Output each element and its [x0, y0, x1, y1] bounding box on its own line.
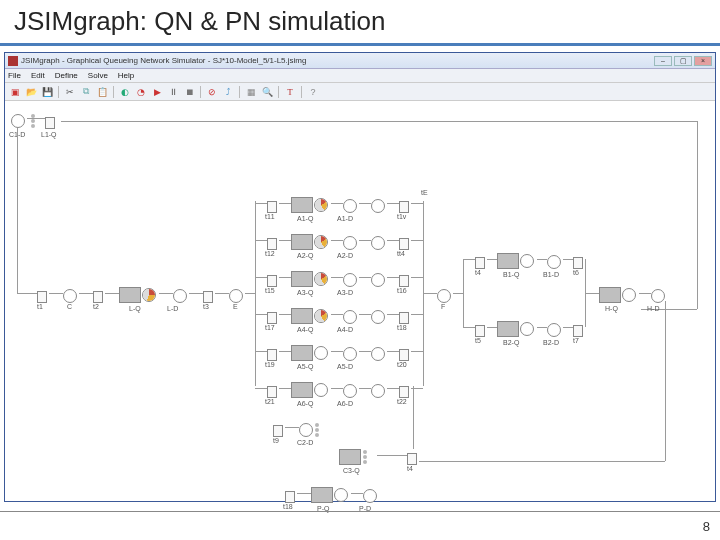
station-node[interactable]: [339, 447, 367, 465]
delay-node[interactable]: [651, 286, 665, 304]
sim-run-icon[interactable]: ▶: [150, 85, 164, 99]
delay-node[interactable]: [363, 486, 377, 504]
connection: [255, 388, 267, 389]
menu-solve[interactable]: Solve: [88, 71, 108, 80]
connection: [639, 293, 651, 294]
connection: [189, 293, 203, 294]
station-node[interactable]: [291, 269, 328, 287]
delay-node[interactable]: [299, 420, 319, 438]
source-node[interactable]: [11, 111, 35, 129]
copy-icon[interactable]: ⧉: [79, 85, 93, 99]
connection: [105, 293, 119, 294]
delay-node[interactable]: [371, 344, 385, 362]
text-tool-icon[interactable]: T: [283, 85, 297, 99]
delay-node[interactable]: [343, 233, 357, 251]
connection: [387, 277, 399, 278]
station-node[interactable]: [497, 319, 534, 337]
connection: [413, 386, 414, 449]
connection: [49, 293, 63, 294]
place-node[interactable]: [229, 286, 243, 304]
connection: [585, 293, 599, 294]
node-label: t1: [37, 303, 43, 310]
sim-pause-icon[interactable]: ⏸: [166, 85, 180, 99]
window-title: JSIMgraph - Graphical Queueing Network S…: [21, 56, 306, 65]
help-icon[interactable]: ?: [306, 85, 320, 99]
menu-edit[interactable]: Edit: [31, 71, 45, 80]
station-node[interactable]: [291, 380, 328, 398]
node-label: t9: [273, 437, 279, 444]
delay-node[interactable]: [547, 252, 561, 270]
station-node[interactable]: [599, 285, 636, 303]
app-icon: [8, 56, 18, 66]
maximize-button[interactable]: ▢: [674, 56, 692, 66]
delay-node[interactable]: [547, 320, 561, 338]
node-label: H-Q: [605, 305, 618, 312]
node-label: t17: [265, 324, 275, 331]
connection: [17, 128, 18, 293]
connection: [411, 203, 423, 204]
measure-icon[interactable]: ◔: [134, 85, 148, 99]
delay-node[interactable]: [343, 270, 357, 288]
node-label: A3-D: [337, 289, 353, 296]
connection: [387, 351, 399, 352]
grid-icon[interactable]: ▦: [244, 85, 258, 99]
zoom-icon[interactable]: 🔍: [260, 85, 274, 99]
queue-node[interactable]: [45, 113, 55, 131]
delay-node[interactable]: [371, 196, 385, 214]
window-controls: – ▢ ×: [654, 56, 712, 66]
connection: [255, 277, 267, 278]
node-label: A6-Q: [297, 400, 313, 407]
node-label: C3-Q: [343, 467, 360, 474]
connection: [453, 293, 463, 294]
connection: [359, 277, 371, 278]
open-icon[interactable]: 📂: [24, 85, 38, 99]
save-icon[interactable]: 💾: [40, 85, 54, 99]
delay-node[interactable]: [371, 381, 385, 399]
minimize-button[interactable]: –: [654, 56, 672, 66]
delay-node[interactable]: [173, 286, 187, 304]
station-node[interactable]: [291, 306, 328, 324]
station-node[interactable]: [119, 285, 156, 303]
sim-stop-icon[interactable]: ⏹: [182, 85, 196, 99]
station-node[interactable]: [291, 343, 328, 361]
class-icon[interactable]: ◐: [118, 85, 132, 99]
delay-node[interactable]: [343, 307, 357, 325]
delay-node[interactable]: [343, 196, 357, 214]
export-icon[interactable]: ⤴: [221, 85, 235, 99]
node-label: t2: [93, 303, 99, 310]
delay-node[interactable]: [371, 270, 385, 288]
new-icon[interactable]: ▣: [8, 85, 22, 99]
station-node[interactable]: [291, 195, 328, 213]
place-node[interactable]: [437, 286, 451, 304]
station-node[interactable]: [291, 232, 328, 250]
node-label: A4-D: [337, 326, 353, 333]
node-label: A5-D: [337, 363, 353, 370]
connection: [487, 327, 497, 328]
connection: [537, 259, 547, 260]
station-node[interactable]: [311, 485, 348, 503]
delay-node[interactable]: [343, 381, 357, 399]
menu-file[interactable]: File: [8, 71, 21, 80]
delay-node[interactable]: [343, 344, 357, 362]
connection: [297, 493, 311, 494]
node-label: t22: [397, 398, 407, 405]
node-label: A1-Q: [297, 215, 313, 222]
connection: [359, 388, 371, 389]
no-icon[interactable]: ⊘: [205, 85, 219, 99]
place-node[interactable]: [63, 286, 77, 304]
menu-define[interactable]: Define: [55, 71, 78, 80]
close-button[interactable]: ×: [694, 56, 712, 66]
cut-icon[interactable]: ✂: [63, 85, 77, 99]
paste-icon[interactable]: 📋: [95, 85, 109, 99]
slide-title: JSIMgraph: QN & PN simulation: [0, 0, 720, 46]
node-label: t20: [397, 361, 407, 368]
connection: [563, 327, 573, 328]
connection: [245, 293, 255, 294]
toolbar-separator: [58, 86, 59, 98]
station-node[interactable]: [497, 251, 534, 269]
menu-help[interactable]: Help: [118, 71, 134, 80]
delay-node[interactable]: [371, 233, 385, 251]
connection: [537, 327, 547, 328]
delay-node[interactable]: [371, 307, 385, 325]
model-canvas[interactable]: C1-D L1-Q t1 C t2 L-Q L-D t3 E: [5, 101, 715, 501]
